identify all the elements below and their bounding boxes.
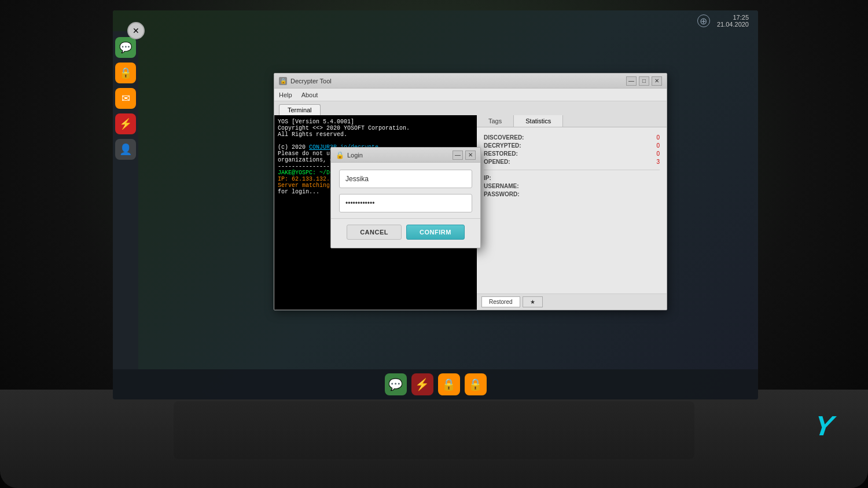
- laptop-keyboard: [174, 401, 694, 459]
- sidebar: 💬 🔒 ✉ ⚡ 👤: [113, 31, 138, 374]
- sidebar-item-flash[interactable]: ⚡: [115, 113, 136, 134]
- topbar-date: 21.04.2020: [717, 21, 749, 28]
- username-input[interactable]: [339, 170, 472, 188]
- right-pane-tabs: Tags Statistics: [477, 115, 667, 127]
- password-input[interactable]: [339, 194, 472, 212]
- desktop: 17:25 21.04.2020 💬 🔒 ✉ ⚡ 👤 🔒 Decrypter T…: [113, 10, 758, 399]
- window-menubar: Help About: [274, 89, 667, 101]
- login-title: Login: [347, 152, 449, 159]
- stat-discovered-val: 0: [656, 134, 660, 141]
- sidebar-item-mail[interactable]: ✉: [115, 88, 136, 109]
- taskbar: 💬 ⚡ 🔒 🔒: [113, 369, 758, 399]
- stat-opened: OPENED: 3: [484, 159, 660, 165]
- taskbar-lock1[interactable]: 🔒: [438, 373, 460, 395]
- login-content: CANCEL CONFIRM: [331, 163, 480, 247]
- stat-ip: IP:: [484, 175, 660, 181]
- stat-restored-val: 0: [656, 151, 660, 157]
- close-button[interactable]: ✕: [652, 76, 662, 86]
- stat-password-label: PASSWORD:: [484, 191, 519, 197]
- stat-password: PASSWORD:: [484, 191, 660, 197]
- login-dialog: 🔒 Login — ✕ CANCEL CONFIRM: [330, 147, 481, 248]
- laptop-body: [0, 390, 868, 488]
- sidebar-item-chat[interactable]: 💬: [115, 37, 136, 58]
- stat-decrypted-label: DECRYPTED:: [484, 142, 521, 149]
- stat-ip-label: IP:: [484, 175, 491, 181]
- confirm-button[interactable]: CONFIRM: [406, 225, 465, 240]
- screen: 17:25 21.04.2020 💬 🔒 ✉ ⚡ 👤 🔒 Decrypter T…: [113, 10, 758, 399]
- terminal-line-1: YOS [Version 5.4.0001]: [278, 119, 473, 125]
- restored-button[interactable]: Restored: [481, 296, 520, 307]
- star-button[interactable]: ★: [523, 296, 543, 307]
- stat-username-label: USERNAME:: [484, 183, 519, 189]
- menu-about[interactable]: About: [301, 91, 318, 98]
- maximize-button[interactable]: □: [639, 76, 649, 86]
- login-titlebar: 🔒 Login — ✕: [331, 148, 480, 163]
- topbar: 17:25 21.04.2020: [113, 10, 758, 31]
- sidebar-item-lock[interactable]: 🔒: [115, 63, 136, 83]
- rpane-tab-statistics[interactable]: Statistics: [514, 115, 563, 127]
- corner-button[interactable]: ✕: [127, 22, 145, 39]
- login-controls: — ✕: [453, 151, 476, 160]
- terminal-line-2: Copyright <<> 2020 YOSOFT Corporation.: [278, 125, 473, 131]
- cancel-button[interactable]: CANCEL: [347, 225, 402, 240]
- taskbar-lock2[interactable]: 🔒: [465, 373, 487, 395]
- stat-discovered-label: DISCOVERED:: [484, 134, 524, 141]
- stat-restored: RESTORED: 0: [484, 151, 660, 157]
- stat-decrypted: DECRYPTED: 0: [484, 142, 660, 149]
- right-pane: Tags Statistics DISCOVERED: 0 DECRYPTED:…: [477, 115, 667, 310]
- window-title: Decrypter Tool: [290, 78, 623, 85]
- taskbar-chat[interactable]: 💬: [385, 373, 407, 395]
- window-titlebar: 🔒 Decrypter Tool — □ ✕: [274, 74, 667, 89]
- terminal-line-3: All Rights reserved.: [278, 131, 473, 138]
- topbar-datetime: 17:25 21.04.2020: [717, 14, 749, 28]
- window-icon: 🔒: [279, 77, 287, 85]
- stat-opened-val: 3: [656, 159, 660, 165]
- login-lock-icon: 🔒: [336, 151, 344, 159]
- stat-username: USERNAME:: [484, 183, 660, 189]
- stat-decrypted-val: 0: [656, 142, 660, 149]
- tab-terminal[interactable]: Terminal: [279, 104, 321, 115]
- stat-restored-label: RESTORED:: [484, 151, 518, 157]
- window-controls: — □ ✕: [626, 76, 662, 86]
- rpane-tab-tags[interactable]: Tags: [477, 115, 514, 127]
- stats-pane: DISCOVERED: 0 DECRYPTED: 0 RESTORED: 0: [477, 127, 667, 293]
- menu-help[interactable]: Help: [279, 91, 292, 98]
- restored-bar: Restored ★: [477, 293, 667, 310]
- stats-divider: [484, 170, 660, 170]
- terminal-ip: IP: 62.133.132.56: [278, 176, 337, 182]
- login-minimize-button[interactable]: —: [453, 151, 463, 160]
- stat-discovered: DISCOVERED: 0: [484, 134, 660, 141]
- login-close-button[interactable]: ✕: [465, 151, 476, 160]
- login-buttons: CANCEL CONFIRM: [331, 218, 480, 240]
- window-tabs: Terminal: [274, 101, 667, 115]
- globe-icon[interactable]: [697, 14, 710, 27]
- topbar-time: 17:25: [717, 14, 749, 21]
- stat-opened-label: OPENED:: [484, 159, 510, 165]
- taskbar-flash[interactable]: ⚡: [411, 373, 433, 395]
- terminal-line-4: [278, 138, 473, 144]
- sidebar-item-user[interactable]: 👤: [115, 139, 136, 160]
- minimize-button[interactable]: —: [626, 76, 637, 86]
